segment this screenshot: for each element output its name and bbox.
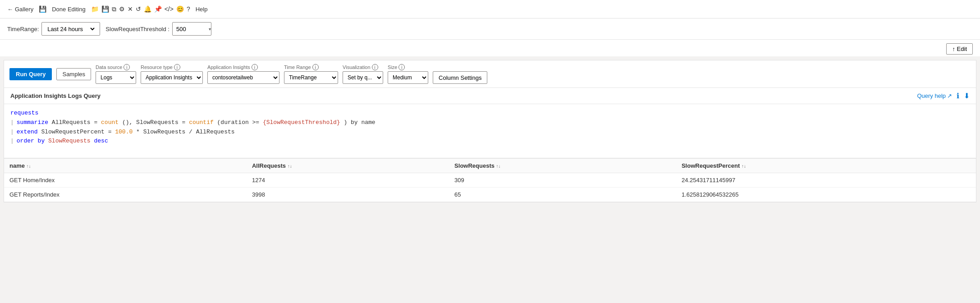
- slow-request-label: SlowRequestThreshold :: [105, 26, 169, 32]
- row2-slowrequestpercent: 1.6258129064532265: [676, 188, 976, 202]
- results-table-container: name ↑↓ AllRequests ↑↓ SlowRequests ↑↓: [4, 158, 976, 202]
- time-range-group: TimeRange: Last 24 hours: [7, 22, 100, 36]
- code-text-3: extend SlowRequestPercent = 100.0 * Slow…: [17, 128, 235, 137]
- time-range-field-group: Time Range i TimeRange: [284, 64, 338, 84]
- share-icon: 🔔: [144, 5, 151, 13]
- column-settings-button[interactable]: Column Settings: [433, 71, 487, 84]
- sort-icon-allrequests: ↑↓: [288, 164, 292, 169]
- table-header: name ↑↓ AllRequests ↑↓ SlowRequests ↑↓: [4, 159, 976, 173]
- time-range-select[interactable]: Last 24 hours: [46, 25, 96, 33]
- slow-request-input[interactable]: [173, 24, 209, 34]
- arrow-left-icon: ←: [7, 6, 13, 13]
- outer-wrapper: TimeRange: Last 24 hours SlowRequestThre…: [0, 18, 980, 303]
- floppy-icon: 💾: [101, 5, 109, 13]
- samples-label: Samples: [62, 71, 85, 78]
- run-query-label: Run Query: [16, 71, 46, 78]
- edit-button[interactable]: ↑ Edit: [946, 43, 973, 55]
- code-editor[interactable]: requests | summarize AllRequests = count…: [4, 104, 976, 158]
- pin-icon: 📌: [154, 5, 162, 13]
- time-range-field-info-icon: i: [312, 64, 319, 70]
- column-settings-label: Column Settings: [439, 74, 481, 81]
- data-source-label: Data source i: [96, 64, 136, 70]
- copy-icon: ⧉: [112, 5, 116, 13]
- pipe-1: |: [10, 118, 14, 128]
- table-row: GET Reports/Index 3998 65 1.625812906453…: [4, 188, 976, 202]
- col-slowrequestpercent[interactable]: SlowRequestPercent ↑↓: [676, 159, 976, 173]
- code-line-3: | extend SlowRequestPercent = 100.0 * Sl…: [10, 128, 970, 137]
- close-icon: ✕: [128, 5, 133, 13]
- query-title-bar: Application Insights Logs Query Query he…: [4, 88, 976, 104]
- col-slowrequests[interactable]: SlowRequests ↑↓: [449, 159, 676, 173]
- resource-type-label: Resource type i: [141, 64, 203, 70]
- code-keyword-requests: requests: [10, 109, 38, 118]
- code-line-1: requests: [10, 109, 970, 118]
- query-actions: Query help ↗ ℹ ⬇: [917, 92, 970, 100]
- visualization-group: Visualization i Set by q...: [343, 64, 383, 84]
- slow-request-input-wrapper: ▾: [172, 22, 211, 36]
- top-toolbar: ← Gallery 💾 Done Editing 📁 💾 ⧉ ⚙ ✕ ↺ 🔔 📌…: [0, 0, 980, 18]
- done-editing-label: Done Editing: [52, 6, 85, 13]
- help-button[interactable]: Help: [193, 4, 211, 14]
- app-insights-info-icon: i: [252, 64, 258, 70]
- samples-button[interactable]: Samples: [56, 68, 91, 80]
- size-select[interactable]: Medium: [388, 71, 428, 84]
- row2-slowrequests: 65: [449, 188, 676, 202]
- edit-button-area: ↑ Edit: [0, 40, 980, 56]
- help-label: Help: [196, 6, 208, 13]
- run-query-button[interactable]: Run Query: [9, 68, 52, 80]
- col-name[interactable]: name ↑↓: [4, 159, 247, 173]
- row1-name: GET Home/Index: [4, 173, 247, 188]
- query-toolbar: Run Query Samples Data source i Logs Res…: [4, 60, 976, 88]
- resource-type-info-icon: i: [174, 64, 180, 70]
- folder-icon: 📁: [91, 5, 99, 13]
- external-link-icon: ↗: [947, 92, 952, 99]
- question-icon: ?: [187, 5, 190, 13]
- visualization-info-icon: i: [372, 64, 378, 70]
- time-range-select-wrapper[interactable]: Last 24 hours: [41, 22, 100, 36]
- row1-allrequests: 1274: [247, 173, 449, 188]
- col-allrequests[interactable]: AllRequests ↑↓: [247, 159, 449, 173]
- edit-button-label: ↑ Edit: [952, 46, 967, 52]
- sort-icon-slowrequests: ↑↓: [496, 164, 501, 169]
- size-info-icon: i: [398, 64, 405, 70]
- query-title: Application Insights Logs Query: [10, 92, 101, 99]
- row2-name: GET Reports/Index: [4, 188, 247, 202]
- gallery-label: Gallery: [15, 6, 33, 13]
- download-icon[interactable]: ⬇: [964, 92, 970, 100]
- row2-allrequests: 3998: [247, 188, 449, 202]
- refresh-icon: ↺: [136, 5, 141, 13]
- row1-slowrequestpercent: 24.25431711145997: [676, 173, 976, 188]
- settings-icon: ⚙: [119, 5, 125, 13]
- app-insights-group: Application Insights i contosoretailweb: [207, 64, 279, 84]
- emoji-icon: 😊: [176, 5, 184, 13]
- app-insights-select[interactable]: contosoretailweb: [207, 71, 279, 84]
- done-editing-button[interactable]: Done Editing: [49, 4, 88, 14]
- time-range-field-select[interactable]: TimeRange: [284, 71, 338, 84]
- main-content: Run Query Samples Data source i Logs Res…: [4, 60, 976, 202]
- gallery-button[interactable]: ← Gallery: [5, 4, 36, 14]
- time-range-label: TimeRange:: [7, 26, 39, 32]
- sort-icon-slowrequestpercent: ↑↓: [742, 164, 746, 169]
- data-source-group: Data source i Logs: [96, 64, 136, 84]
- code-line-4: | order by SlowRequests desc: [10, 137, 970, 146]
- data-source-select[interactable]: Logs: [96, 71, 136, 84]
- params-bar: TimeRange: Last 24 hours SlowRequestThre…: [0, 18, 980, 40]
- data-source-info-icon: i: [124, 64, 130, 70]
- results-table: name ↑↓ AllRequests ↑↓ SlowRequests ↑↓: [4, 158, 976, 202]
- size-group: Size i Medium: [388, 64, 428, 84]
- query-help-link[interactable]: Query help ↗: [917, 92, 952, 99]
- size-label: Size i: [388, 64, 428, 70]
- code-text-2: summarize AllRequests = count (), SlowRe…: [17, 118, 376, 128]
- sort-icon-name: ↑↓: [27, 164, 31, 169]
- table-body: GET Home/Index 1274 309 24.2543171114599…: [4, 173, 976, 202]
- pipe-3: |: [10, 137, 14, 146]
- app-insights-label: Application Insights i: [207, 64, 279, 70]
- resource-type-group: Resource type i Application Insights: [141, 64, 203, 84]
- slow-request-chevron: ▾: [209, 27, 211, 32]
- resource-type-select[interactable]: Application Insights: [141, 71, 203, 84]
- code-line-2: | summarize AllRequests = count (), Slow…: [10, 118, 970, 128]
- visualization-label: Visualization i: [343, 64, 383, 70]
- info-icon-2: ℹ: [957, 92, 959, 100]
- visualization-select[interactable]: Set by q...: [343, 71, 383, 84]
- pipe-2: |: [10, 128, 14, 137]
